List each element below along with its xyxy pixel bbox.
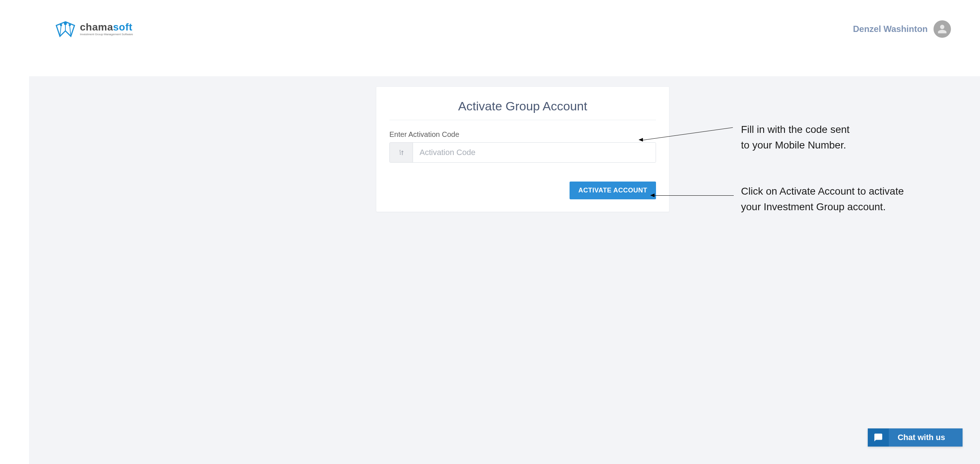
chat-bubble-icon: [868, 428, 889, 447]
annotation-text: Fill in with the code sent: [741, 122, 850, 137]
annotation-button: Click on Activate Account to activate yo…: [741, 183, 904, 215]
annotation-text: your Investment Group account.: [741, 199, 904, 215]
annotation-input: Fill in with the code sent to your Mobil…: [741, 122, 850, 153]
activation-code-input[interactable]: [413, 143, 655, 162]
activation-code-input-group: [390, 142, 656, 163]
chat-widget[interactable]: Chat with us: [868, 428, 963, 447]
annotation-text: Click on Activate Account to activate: [741, 183, 904, 199]
annotation-text: to your Mobile Number.: [741, 137, 850, 153]
card-title: Activate Group Account: [390, 95, 656, 120]
arrow-head-icon: [639, 138, 643, 141]
activate-account-button[interactable]: ACTIVATE ACCOUNT: [570, 181, 656, 199]
activation-code-label: Enter Activation Code: [390, 130, 656, 139]
activation-card: Activate Group Account Enter Activation …: [376, 86, 670, 212]
arrow-head-icon: [650, 194, 655, 197]
chat-widget-label: Chat with us: [889, 428, 963, 447]
sort-numeric-icon: [390, 143, 413, 162]
annotation-arrow: [654, 195, 734, 196]
